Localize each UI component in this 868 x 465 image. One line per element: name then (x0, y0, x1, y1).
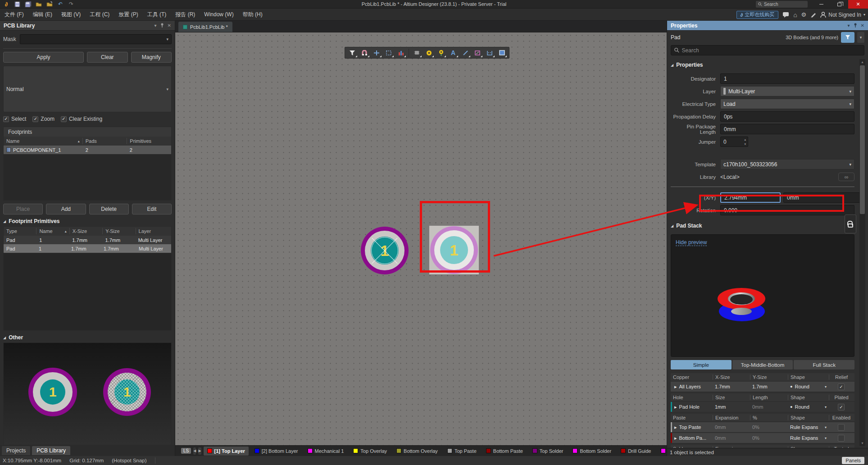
plated-checkbox[interactable]: ✓ (838, 404, 845, 410)
tab-top-middle-bottom[interactable]: Top-Middle-Bottom (732, 360, 793, 369)
pin-package-length-input[interactable] (720, 124, 854, 134)
line-tool-icon[interactable] (460, 48, 471, 58)
layer-tab-bottom-overlay[interactable]: Bottom Overlay (393, 447, 441, 456)
layer-tab-top-paste[interactable]: Top Paste (444, 447, 480, 456)
top-paste-row[interactable]: ▸Top Paste 0mm 0% Rule Expans▾ (671, 422, 854, 432)
column-header-pads[interactable]: Pads (82, 138, 127, 144)
zoom-checkbox[interactable]: ✓Zoom (32, 116, 55, 122)
mask-dropdown[interactable]: ▾ (20, 34, 172, 44)
row-expand-icon[interactable]: ▸ (674, 424, 677, 430)
filter-options-caret[interactable]: ▾ (857, 32, 864, 43)
top-paste-enabled-checkbox[interactable] (838, 424, 845, 431)
designator-input[interactable] (720, 73, 854, 84)
component-tool-icon[interactable] (411, 48, 422, 58)
pad-1-selected[interactable]: 1 (430, 226, 478, 274)
row-expand-icon[interactable]: ▸ (674, 435, 677, 441)
clear-existing-checkbox[interactable]: ✓Clear Existing (61, 116, 102, 122)
footprint-primitives-section[interactable]: ◢ Footprint Primitives (3, 216, 172, 226)
pcb-canvas[interactable]: A 1 1 (175, 32, 667, 445)
menu-view[interactable]: 视图 (V) (57, 9, 85, 21)
menu-tools[interactable]: 工具 (T) (143, 9, 171, 21)
open-project-icon[interactable] (46, 1, 53, 7)
library-link-button[interactable]: ∞ (838, 173, 854, 181)
restore-button[interactable] (830, 0, 848, 9)
menu-window[interactable]: Window (W) (200, 9, 238, 21)
column-header-type[interactable]: Type (4, 228, 36, 234)
column-header-ysize[interactable]: Y-Size (102, 228, 135, 234)
union-tool-icon[interactable] (395, 48, 406, 58)
document-tab[interactable]: PcbLib1.PcbLib * (178, 22, 232, 32)
sign-in-control[interactable]: Not Signed In ▾ (820, 12, 865, 18)
propagation-delay-input[interactable] (720, 111, 854, 122)
row-expand-icon[interactable]: ▸ (674, 404, 677, 410)
tab-full-stack[interactable]: Full Stack (794, 360, 854, 369)
layer-set-chip[interactable]: LS (181, 448, 191, 454)
menu-project[interactable]: 工程 (C) (85, 9, 114, 21)
buy-online-button[interactable]: ∂ 立即在线购买 (736, 11, 778, 19)
panels-button[interactable]: Panels (842, 457, 864, 464)
comment-icon[interactable] (782, 12, 789, 18)
layer-scroll-left[interactable]: ◀ (193, 447, 196, 455)
spin-down-icon[interactable]: ▾ (744, 142, 746, 146)
pin-icon[interactable] (160, 23, 164, 28)
pad-stack-section-header[interactable]: ◢ Pad Stack (671, 221, 854, 231)
apply-button[interactable]: Apply (3, 52, 84, 63)
copper-shape-dropdown[interactable]: ●Round▾ (788, 384, 829, 389)
primitive-row-selected[interactable]: Pad 1 1.7mm 1.7mm Multi Layer (4, 244, 171, 253)
tab-pcb-library[interactable]: PCB Library (32, 446, 70, 455)
layer-tab-top-solder[interactable]: Top Solder (529, 447, 567, 456)
layer-tab-drill-guide[interactable]: Drill Guide (617, 447, 654, 456)
delete-button[interactable]: Delete (89, 204, 129, 214)
layer-scroll-right[interactable]: ▶ (198, 447, 201, 455)
primitive-row[interactable]: Pad 1 1.7mm 1.7mm Multi Layer (4, 236, 171, 244)
template-dropdown[interactable]: c170h100_503323056 ▾ (720, 159, 854, 169)
electrical-type-dropdown[interactable]: Load ▾ (720, 99, 854, 109)
open-icon[interactable] (35, 1, 42, 7)
layer-tab-top-overlay[interactable]: Top Overlay (350, 447, 391, 456)
close-panel-icon[interactable]: ✕ (168, 23, 171, 28)
rotation-input[interactable] (720, 205, 854, 215)
properties-section-header[interactable]: ◢ Properties (671, 60, 854, 70)
layer-tab-top[interactable]: [1] Top Layer (204, 447, 249, 456)
close-button[interactable]: ✕ (848, 0, 868, 9)
jumper-stepper[interactable]: 0 ▴▾ (720, 137, 748, 147)
x-position-input[interactable] (720, 192, 781, 203)
relief-checkbox[interactable]: ✓ (838, 383, 845, 390)
bottom-paste-shape-dropdown[interactable]: Rule Expans▾ (788, 435, 829, 441)
redo-icon[interactable]: ↷ (68, 1, 75, 7)
hole-shape-dropdown[interactable]: ●Round▾ (788, 404, 829, 410)
global-search-box[interactable]: Search (756, 1, 808, 8)
filter-button[interactable] (841, 32, 854, 43)
tab-projects[interactable]: Projects (2, 446, 30, 455)
column-header-xsize[interactable]: X-Size (69, 228, 102, 234)
footprint-row[interactable]: PCBCOMPONENT_1 2 2 (4, 146, 171, 154)
menu-help[interactable]: 帮助 (H) (238, 9, 267, 21)
close-panel-icon[interactable]: ✕ (861, 23, 864, 28)
magnify-button[interactable]: Magnify (131, 52, 172, 63)
other-section[interactable]: ◢ Other (3, 333, 172, 342)
gear-icon[interactable]: ⚙ (801, 11, 807, 18)
panel-menu-icon[interactable]: ▾ (848, 23, 850, 28)
column-header-name[interactable]: Name▴ (4, 138, 82, 144)
pin-icon[interactable] (854, 23, 857, 28)
spin-up-icon[interactable]: ▴ (744, 137, 746, 142)
crosshair-tool-icon[interactable] (371, 48, 382, 58)
pen-icon[interactable] (810, 12, 816, 18)
bottom-paste-enabled-checkbox[interactable] (838, 435, 845, 442)
column-header-primitives[interactable]: Primitives (127, 138, 171, 144)
home-icon[interactable]: ⌂ (793, 11, 797, 18)
menu-reports[interactable]: 报告 (R) (171, 9, 200, 21)
column-header-name[interactable]: Name▴ (36, 228, 69, 234)
save-all-icon[interactable] (24, 1, 32, 7)
copper-all-layers-row[interactable]: ▸All Layers 1.7mm 1.7mm ●Round▾ ✓ (671, 382, 854, 392)
column-header-layer[interactable]: Layer (136, 228, 171, 234)
select-checkbox[interactable]: ✓Select (3, 116, 26, 122)
undo-icon[interactable]: ↶ (57, 1, 64, 7)
save-icon[interactable] (14, 1, 21, 7)
panel-menu-icon[interactable]: ▾ (155, 23, 157, 28)
add-button[interactable]: Add (46, 204, 86, 214)
pad-hole-row[interactable]: ▸Pad Hole 1mm 0mm ●Round▾ ✓ (671, 402, 854, 412)
edit-button[interactable]: Edit (132, 204, 172, 214)
clear-button[interactable]: Clear (87, 52, 128, 63)
pad-1[interactable]: 1 (361, 227, 409, 274)
